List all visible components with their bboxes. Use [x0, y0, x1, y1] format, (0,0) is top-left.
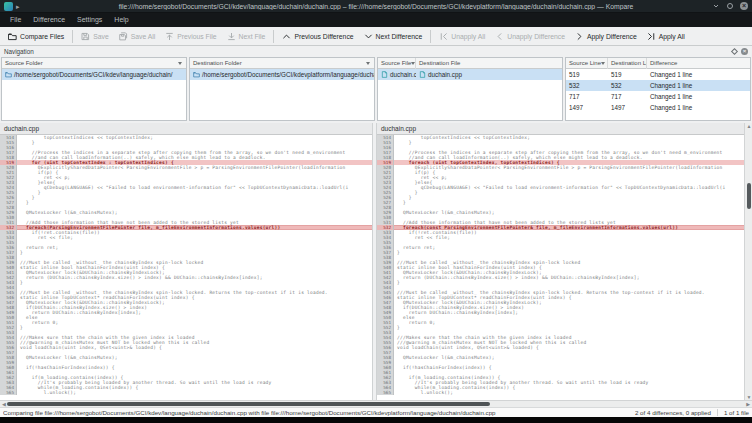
difference-description: Changed 1 line [647, 102, 750, 113]
navigation-panel: Source Folder/home/sergobot/Documents/GC… [0, 56, 752, 123]
folder-icon [193, 71, 200, 78]
navigation-dock-header: Navigation × [0, 46, 752, 56]
line-number: 565 [0, 390, 17, 395]
compare-files-label: Compare Files [20, 33, 64, 40]
destination-code-view[interactable]: 514 topContextIndices << topContextIndex… [377, 135, 744, 400]
navigation-dock-title: Navigation [4, 48, 34, 55]
sort-caret-icon [411, 62, 415, 65]
kompare-window: ▸ file:///home/sergobot/Documents/GCI/kd… [0, 0, 752, 423]
source-line-column-header[interactable]: Source Line [566, 58, 608, 69]
destination-line-value: 532 [608, 80, 647, 91]
previous-file-label: Previous File [177, 33, 216, 40]
close-dock-icon[interactable]: × [741, 48, 748, 55]
horizontal-scrollbar[interactable]: ◀ ▶ [0, 400, 752, 407]
source-file-column-header[interactable]: Source File [378, 58, 416, 69]
compare-files-button[interactable]: Compare Files [3, 28, 69, 45]
next-file-button[interactable]: Next File [222, 28, 271, 45]
destination-folder-column-header[interactable]: Destination Folder [190, 58, 374, 69]
source-file-header: duchain.cpp [0, 123, 372, 135]
save-button[interactable]: Save [76, 28, 114, 45]
destination-folder-column-header-label: Destination Folder [193, 60, 242, 66]
apply-all-button[interactable]: Apply All [642, 28, 690, 45]
next-difference-icon [364, 32, 373, 41]
file-icon [381, 71, 388, 78]
source-file-name: duchain.c... [390, 71, 416, 78]
source-code-view[interactable]: 514 topContextIndices << topContextIndex… [0, 135, 372, 400]
horizontal-scrollbar-thumb[interactable] [7, 402, 490, 406]
compare-files-icon [8, 32, 17, 41]
source-folder-column-header-label: Source Folder [5, 60, 43, 66]
status-comparing-text: Comparing file file:///home/sergobot/Doc… [3, 409, 635, 416]
previous-file-icon [165, 32, 174, 41]
toolbar-separator [430, 30, 431, 43]
previous-file-button[interactable]: Previous File [160, 28, 221, 45]
file-icon [419, 71, 426, 78]
pin-icon[interactable]: ▸ [16, 3, 23, 10]
menu-difference[interactable]: Difference [27, 13, 71, 27]
destination-line-column-header-label: Destination Lin [611, 60, 647, 66]
scroll-right-icon[interactable]: ▶ [746, 401, 750, 407]
apply-difference-button[interactable]: Apply Difference [570, 28, 642, 45]
vertical-scrollbar[interactable]: ▲ ▼ [744, 123, 752, 400]
file-pair-row[interactable]: duchain.c...duchain.cpp [378, 69, 562, 80]
apply-all-label: Apply All [659, 33, 685, 40]
status-bar: Comparing file file:///home/sergobot/Doc… [0, 407, 752, 417]
difference-description: Changed 1 line [647, 69, 750, 80]
float-dock-icon[interactable] [731, 47, 738, 54]
maximize-icon[interactable] [726, 2, 734, 10]
previous-difference-button[interactable]: Previous Difference [277, 28, 358, 45]
apply-difference-icon [575, 32, 584, 41]
folder-icon [5, 71, 12, 78]
shade-window-icon[interactable] [712, 2, 720, 10]
next-difference-button[interactable]: Next Difference [359, 28, 428, 45]
destination-file-column-header-label: Destination File [419, 60, 460, 66]
code-line: 565 l.unlock(); [377, 390, 744, 395]
next-file-icon [227, 32, 236, 41]
vertical-scrollbar-thumb[interactable] [747, 183, 751, 209]
list-item[interactable]: /home/sergobot/Documents/GCI/kdevplatfor… [190, 69, 374, 80]
destination-file-column-header[interactable]: Destination File [416, 58, 562, 69]
list-item[interactable]: /home/sergobot/Documents/GCI/kdev/langua… [2, 69, 186, 80]
difference-row[interactable]: 532532Changed 1 line [566, 80, 750, 91]
toolbar-separator [72, 30, 73, 43]
save-all-button[interactable]: Save All [114, 28, 161, 45]
source-line-column-header-label: Source Line [569, 60, 601, 66]
difference-row[interactable]: 717717Changed 1 line [566, 91, 750, 102]
menu-settings[interactable]: Settings [71, 13, 108, 27]
destination-line-value: 1497 [608, 102, 647, 113]
menu-help[interactable]: Help [108, 13, 134, 27]
destination-line-value: 519 [608, 69, 647, 80]
window-title: file:///home/sergobot/Documents/GCI/kdev… [0, 3, 752, 10]
menu-bar: FileDifferenceSettingsHelp [0, 13, 752, 27]
desktop-strip [0, 417, 752, 423]
source-line-value: 1497 [566, 102, 608, 113]
files-pane: Source FileDestination Fileduchain.c...d… [377, 57, 563, 121]
scroll-up-icon[interactable]: ▲ [745, 123, 752, 129]
line-text: l.unlock(); [394, 390, 744, 395]
code-line: 565 l.unlock(); [0, 390, 372, 395]
unapply-difference-button[interactable]: Unapply Difference [490, 28, 570, 45]
difference-description: Changed 1 line [647, 80, 750, 91]
close-icon[interactable]: × [740, 2, 748, 10]
destination-line-column-header[interactable]: Destination Lin [608, 58, 647, 69]
difference-column-header[interactable]: Difference [647, 58, 750, 69]
unapply-difference-icon [495, 32, 504, 41]
save-icon [81, 32, 90, 41]
line-text: l.unlock(); [17, 390, 372, 395]
difference-description: Changed 1 line [647, 91, 750, 102]
sort-caret-icon [601, 62, 605, 65]
difference-row[interactable]: 519519Changed 1 line [566, 69, 750, 80]
title-bar: ▸ file:///home/sergobot/Documents/GCI/kd… [0, 0, 752, 13]
destination-file-name: duchain.cpp [428, 71, 462, 78]
difference-row[interactable]: 14971497Changed 1 line [566, 102, 750, 113]
previous-difference-icon [282, 32, 291, 41]
scroll-left-icon[interactable]: ◀ [2, 401, 6, 407]
unapply-all-label: Unapply All [451, 33, 485, 40]
apply-all-icon [647, 32, 656, 41]
source-folder-column-header[interactable]: Source Folder [2, 58, 186, 69]
status-differences-count: 2 of 4 differences, 0 applied [635, 409, 711, 416]
unapply-all-button[interactable]: Unapply All [434, 28, 490, 45]
folder-path: /home/sergobot/Documents/GCI/kdev/langua… [14, 71, 173, 78]
menu-file[interactable]: File [4, 13, 27, 27]
source-line-value: 519 [566, 69, 608, 80]
